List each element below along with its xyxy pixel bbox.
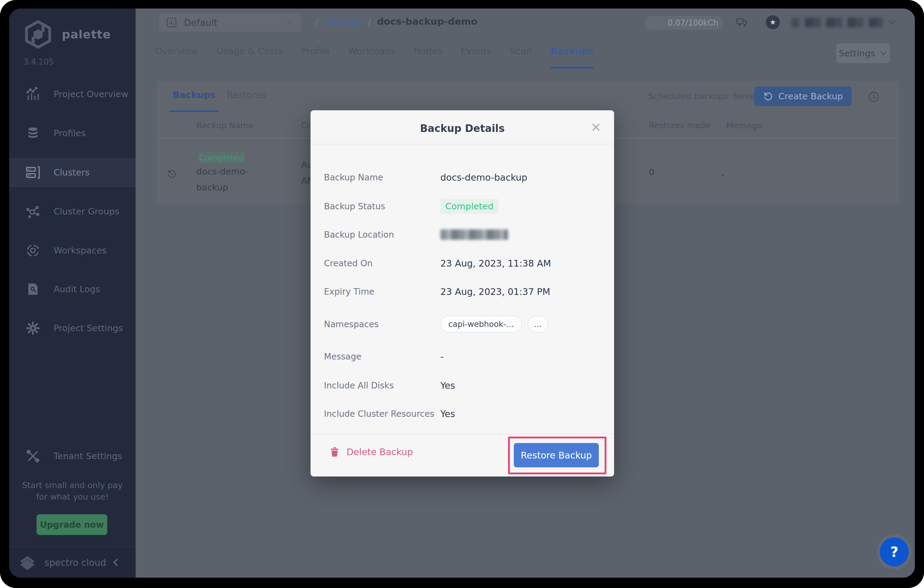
upsell-text: Start small and only pay for what you us…: [9, 479, 135, 503]
tab-usage-costs[interactable]: Usage & Costs: [216, 46, 283, 64]
field-value: Yes: [441, 408, 455, 419]
profiles-icon: [25, 125, 41, 141]
sidebar-item-audit-logs[interactable]: Audit Logs: [9, 275, 135, 304]
sidebar-item-label: Project Settings: [54, 323, 123, 333]
namespace-chip[interactable]: capi-webhook-…: [441, 316, 522, 333]
column-message: Message: [726, 121, 762, 130]
subtab-backups[interactable]: Backups: [173, 90, 216, 100]
tab-nodes[interactable]: Nodes: [414, 46, 442, 64]
field-expiry-time: Expiry Time 23 Aug, 2023, 01:37 PM: [324, 283, 602, 300]
sidebar-item-workspaces[interactable]: Workspaces: [9, 236, 135, 265]
breadcrumb: / Clusters / docs-backup-demo: [315, 16, 478, 27]
column-created-partial: Cr: [301, 121, 310, 130]
field-label: Backup Name: [324, 173, 441, 183]
namespace-overflow-chip[interactable]: …: [528, 316, 548, 333]
field-namespaces: Namespaces capi-webhook-… …: [324, 316, 602, 333]
field-label: Backup Status: [324, 201, 441, 211]
sidebar-item-label: Profiles: [54, 128, 86, 138]
tab-workloads[interactable]: Workloads: [348, 46, 396, 64]
chat-icon[interactable]: [735, 16, 748, 29]
sidebar-collapse-icon[interactable]: [111, 556, 121, 568]
field-include-cluster-resources: Include Cluster Resources Yes: [324, 405, 602, 422]
field-label: Backup Location: [324, 230, 441, 240]
brand: palette: [23, 19, 111, 49]
delete-backup-button[interactable]: Delete Backup: [329, 445, 413, 458]
cluster-groups-icon: [25, 204, 41, 219]
field-backup-name: Backup Name docs-demo-backup: [324, 169, 602, 186]
field-label: Namespaces: [324, 319, 441, 329]
upgrade-now-button[interactable]: Upgrade now: [36, 514, 107, 535]
settings-button[interactable]: Settings: [836, 44, 890, 63]
field-message: Message -: [324, 348, 602, 365]
sidebar-item-cluster-groups[interactable]: Cluster Groups: [9, 197, 135, 226]
tenant-settings-icon: [25, 448, 41, 464]
announcements-star-icon[interactable]: ★: [766, 15, 780, 29]
tab-overview[interactable]: Overview: [155, 46, 198, 64]
field-value: Yes: [441, 380, 455, 391]
spectro-cloud-logo-icon: [17, 553, 38, 572]
tab-scan[interactable]: Scan: [510, 46, 532, 64]
sidebar: palette 3.4.105 Project Overview: [9, 8, 135, 578]
create-backup-button[interactable]: Create Backup: [754, 87, 852, 106]
help-button[interactable]: ?: [880, 537, 909, 567]
field-value: -: [441, 351, 444, 362]
workspaces-icon: [25, 242, 41, 259]
field-label: Include Cluster Resources: [324, 409, 441, 419]
sidebar-item-clusters[interactable]: Clusters: [9, 158, 135, 187]
status-completed-badge: Completed: [441, 199, 498, 214]
sidebar-item-label: Clusters: [54, 167, 89, 178]
modal-header-divider: [310, 144, 614, 144]
project-settings-icon: [25, 320, 41, 336]
usage-value: 0.07/100kCh: [668, 18, 718, 27]
sidebar-item-project-settings[interactable]: Project Settings: [9, 313, 135, 343]
cluster-tabs: Overview Usage & Costs Profile Workloads…: [155, 46, 594, 64]
modal-title: Backup Details: [310, 122, 614, 134]
subtab-restores[interactable]: Restores: [227, 90, 266, 100]
audit-logs-icon: [25, 281, 41, 297]
sidebar-item-profiles[interactable]: Profiles: [9, 119, 135, 148]
field-label: Expiry Time: [324, 287, 441, 297]
backup-history-clock-icon[interactable]: [868, 91, 880, 103]
sidebar-item-project-overview[interactable]: Project Overview: [9, 79, 135, 109]
restore-backup-button[interactable]: Restore Backup: [514, 443, 599, 467]
row-status-badge: Completed: [199, 152, 244, 163]
user-name-redacted: [792, 18, 883, 27]
field-backup-status: Backup Status Completed: [324, 198, 602, 215]
backup-restore-row-icon[interactable]: [167, 168, 177, 179]
row-backup-name-line2[interactable]: backup: [196, 182, 228, 193]
user-menu-chevron-icon[interactable]: [887, 19, 896, 26]
row-restores-made: 0: [649, 167, 654, 177]
field-value: 23 Aug, 2023, 01:37 PM: [441, 287, 550, 297]
trash-icon: [329, 445, 340, 458]
row-backup-name-line1[interactable]: docs-demo-: [196, 166, 248, 177]
tab-events[interactable]: Events: [460, 46, 492, 64]
column-backup-name: Backup Name: [196, 121, 253, 130]
project-chart-icon: [166, 17, 177, 28]
field-include-all-disks: Include All Disks Yes: [324, 377, 602, 394]
usage-meter: 0.07/100kCh: [644, 16, 724, 30]
tab-backups[interactable]: Backups: [550, 46, 594, 64]
screenshot-frame: palette 3.4.105 Project Overview: [0, 0, 924, 588]
close-icon[interactable]: ×: [591, 121, 601, 133]
spectro-cloud-label: spectro cloud: [45, 557, 106, 568]
breadcrumb-separator: /: [315, 16, 318, 27]
modal-footer-divider: [310, 433, 614, 434]
column-restores-made: Restores made: [649, 121, 710, 130]
field-value: 23 Aug, 2023, 11:38 AM: [441, 258, 551, 269]
field-label: Include All Disks: [324, 380, 441, 390]
tab-profile[interactable]: Profile: [301, 46, 330, 64]
backup-location-redacted: [441, 229, 508, 240]
clusters-icon: [25, 165, 41, 180]
field-label: Message: [324, 352, 441, 362]
sidebar-item-tenant-settings[interactable]: Tenant Settings: [9, 441, 135, 471]
breadcrumb-current: docs-backup-demo: [377, 16, 477, 27]
sidebar-item-label: Workspaces: [54, 245, 107, 255]
breadcrumb-clusters-link[interactable]: Clusters: [325, 16, 362, 27]
top-bar: Default / Clusters / docs-backup-demo 0.…: [135, 8, 915, 45]
create-backup-label: Create Backup: [778, 91, 843, 102]
row-message: -: [721, 170, 724, 180]
project-selector[interactable]: Default: [159, 13, 301, 32]
project-overview-icon: [25, 86, 41, 102]
field-value: docs-demo-backup: [441, 172, 527, 183]
project-selector-label: Default: [184, 17, 280, 28]
